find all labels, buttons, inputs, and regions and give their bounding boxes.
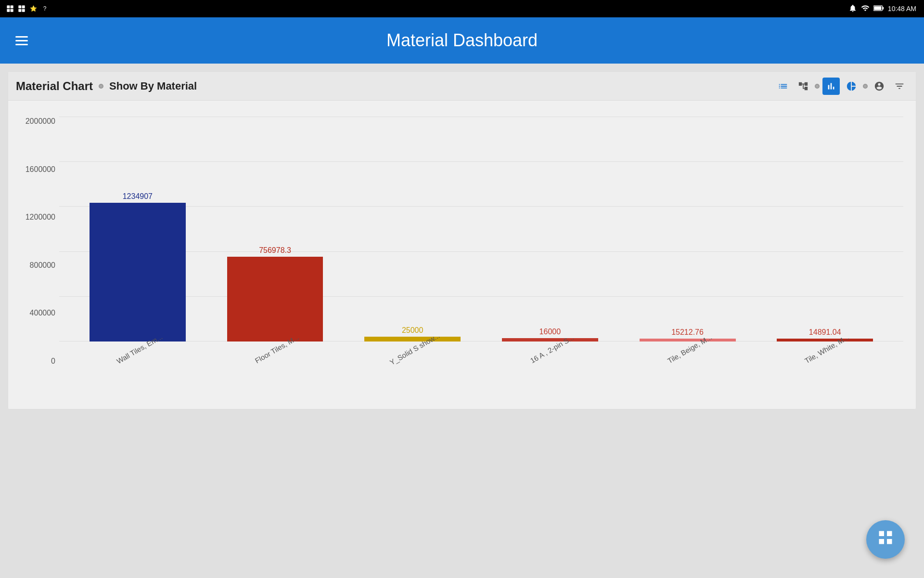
- hierarchy-view-button[interactable]: [795, 78, 812, 95]
- y-label-1200000: 1200000: [26, 213, 55, 222]
- app-title: Material Dashboard: [386, 30, 538, 51]
- y-label-1600000: 1600000: [26, 165, 55, 174]
- help-icon: ?: [40, 4, 49, 13]
- notification-small-icon: [6, 4, 14, 13]
- bar-group-6[interactable]: 14891.04: [756, 117, 894, 342]
- svg-rect-10: [874, 6, 881, 10]
- bar-group-5[interactable]: 15212.76: [619, 117, 757, 342]
- toolbar-dot-1: [815, 84, 820, 89]
- bar-group-3[interactable]: 25000: [344, 117, 481, 342]
- svg-rect-0: [7, 5, 10, 8]
- main-content: Material Chart Show By Material: [0, 64, 924, 417]
- menu-button[interactable]: [12, 32, 32, 49]
- chart-header-left: Material Chart Show By Material: [16, 79, 197, 93]
- x-label-group-3: Y_Solid S show...: [344, 342, 481, 375]
- bar-group-4[interactable]: 16000: [481, 117, 619, 342]
- bar-4: [502, 338, 598, 342]
- chart-container: 2000000 1600000 1200000 800000 400000 0: [16, 112, 908, 380]
- svg-rect-9: [882, 7, 884, 9]
- list-view-button[interactable]: [774, 78, 792, 95]
- bar-2: [227, 257, 323, 342]
- pie-chart-button[interactable]: [843, 78, 860, 95]
- svg-rect-5: [22, 5, 25, 8]
- svg-rect-2: [7, 9, 10, 12]
- status-time: 10:48 AM: [888, 5, 916, 13]
- wifi-icon: [861, 4, 870, 14]
- grid-icon: [877, 529, 894, 550]
- fab-button[interactable]: [866, 520, 905, 559]
- battery-icon: [873, 5, 884, 13]
- x-label-group-6: Tile, White, M...: [756, 342, 894, 375]
- star-icon: ⭐: [29, 4, 38, 13]
- status-icon-2: [17, 4, 26, 13]
- header-dot: [99, 84, 103, 89]
- status-bar-right-icons: 10:48 AM: [848, 4, 916, 14]
- x-label-group-1: Wall Tiles, Em...: [69, 342, 206, 375]
- bar-value-5: 15212.76: [671, 328, 704, 337]
- status-bar: ⭐ ? 10:48 AM: [0, 0, 924, 17]
- toolbar-dot-2: [863, 84, 868, 89]
- svg-rect-3: [11, 9, 13, 12]
- chart-area: 2000000 1600000 1200000 800000 400000 0: [8, 101, 916, 409]
- x-axis: Wall Tiles, Em... Floor Tiles, M... Y_So…: [59, 342, 903, 375]
- bar-group-2[interactable]: 756978.3: [206, 117, 344, 342]
- x-label-group-2: Floor Tiles, M...: [206, 342, 344, 375]
- y-label-0: 0: [51, 357, 55, 366]
- chart-subtitle: Show By Material: [109, 80, 197, 92]
- settings-button[interactable]: [871, 78, 888, 95]
- status-bar-left-icons: ⭐ ?: [6, 4, 49, 13]
- svg-rect-6: [18, 9, 21, 12]
- y-axis: 2000000 1600000 1200000 800000 400000 0: [16, 112, 59, 380]
- bar-value-1: 1234907: [123, 192, 153, 201]
- x-label-group-4: 16 A , 2-pin S...: [481, 342, 619, 375]
- bar-3: [364, 337, 461, 342]
- bar-chart-button[interactable]: [822, 78, 840, 95]
- svg-rect-4: [18, 5, 21, 8]
- chart-title: Material Chart: [16, 79, 93, 93]
- plot-area: 1234907 756978.3 25000: [59, 117, 903, 342]
- filter-button[interactable]: [891, 78, 908, 95]
- app-bar: Material Dashboard: [0, 17, 924, 64]
- bar-value-6: 14891.04: [809, 328, 841, 337]
- bar-group-1[interactable]: 1234907: [69, 117, 206, 342]
- svg-rect-1: [11, 5, 13, 8]
- y-label-2000000: 2000000: [26, 117, 55, 126]
- y-label-400000: 400000: [30, 309, 55, 317]
- x-label-group-5: Tile, Beige, M...: [619, 342, 757, 375]
- svg-rect-7: [22, 9, 25, 12]
- bars-container: 1234907 756978.3 25000: [59, 117, 903, 342]
- chart-card: Material Chart Show By Material: [8, 71, 916, 409]
- bar-value-3: 25000: [402, 326, 424, 335]
- y-label-800000: 800000: [30, 261, 55, 270]
- chart-toolbar: [774, 78, 908, 95]
- bar-1: [90, 203, 186, 342]
- chart-header: Material Chart Show By Material: [8, 72, 916, 101]
- bar-value-4: 16000: [539, 328, 561, 336]
- bar-value-2: 756978.3: [259, 246, 291, 255]
- notification-icon: [848, 4, 857, 14]
